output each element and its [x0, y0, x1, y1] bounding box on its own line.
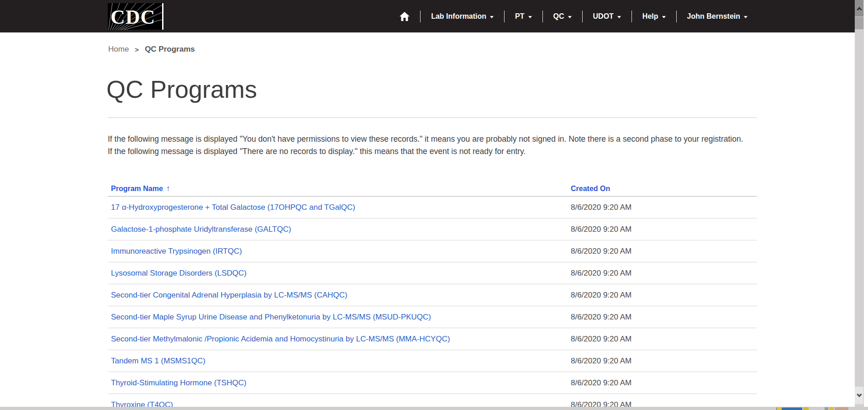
table-row: Second-tier Methylmalonic /Propionic Aci… — [108, 328, 757, 350]
taskbar-sliver — [825, 407, 828, 410]
table-row: Immunoreactive Trypsinogen (IRTQC) 8/6/2… — [108, 240, 757, 262]
nav-help[interactable]: Help — [632, 0, 676, 32]
taskbar-sliver — [835, 407, 848, 410]
caret-down-icon — [490, 16, 494, 18]
cdc-logo-image: CDC — [108, 3, 162, 30]
created-on-cell: 8/6/2020 9:20 AM — [571, 378, 631, 388]
page-title: QC Programs — [106, 75, 257, 103]
created-on-cell: 8/6/2020 9:20 AM — [571, 269, 631, 278]
cdc-logo[interactable]: CDC — [108, 3, 163, 30]
program-link[interactable]: Galactose-1-phosphate Uridyltransferase … — [111, 225, 291, 234]
program-name-cell: Second-tier Methylmalonic /Propionic Aci… — [108, 335, 571, 344]
column-header-label: Program Name — [111, 185, 163, 193]
bottom-window-edge — [0, 407, 868, 410]
caret-down-icon — [617, 16, 621, 18]
nav-label: UDOT — [593, 12, 614, 21]
table-row: Second-tier Congenital Adrenal Hyperplas… — [108, 284, 757, 306]
home-icon — [400, 12, 410, 21]
caret-down-icon — [528, 16, 532, 18]
created-on-cell: 8/6/2020 9:20 AM — [571, 225, 631, 234]
top-nav-bar: CDC Lab Information PT QC UDOT — [0, 0, 855, 32]
nav-lab-information[interactable]: Lab Information — [421, 0, 504, 32]
scrollbar-thumb[interactable] — [855, 17, 863, 29]
program-name-cell: Thyroid-Stimulating Hormone (TSHQC) — [108, 378, 571, 388]
nav-home[interactable] — [389, 0, 420, 32]
program-name-cell: Galactose-1-phosphate Uridyltransferase … — [108, 225, 571, 234]
program-link[interactable]: Second-tier Congenital Adrenal Hyperplas… — [111, 291, 347, 299]
program-link[interactable]: Immunoreactive Trypsinogen (IRTQC) — [111, 247, 242, 256]
program-link[interactable]: Tandem MS 1 (MSMS1QC) — [111, 357, 205, 365]
program-name-cell: 17 α-Hydroxyprogesterone + Total Galacto… — [108, 203, 571, 212]
intro-text: If the following message is displayed "Y… — [108, 133, 752, 157]
program-name-cell: Lysosomal Storage Disorders (LSDQC) — [108, 269, 571, 278]
breadcrumb-home-link[interactable]: Home — [108, 45, 129, 54]
caret-down-icon — [568, 16, 572, 18]
nav-label: Help — [642, 12, 658, 21]
sort-ascending-icon: ↑ — [166, 184, 170, 193]
intro-paragraph-2: If the following message is displayed "T… — [108, 145, 752, 158]
breadcrumb: Home > QC Programs — [108, 45, 195, 54]
table-row: Thyroid-Stimulating Hormone (TSHQC) 8/6/… — [108, 372, 757, 394]
table-row: Tandem MS 1 (MSMS1QC) 8/6/2020 9:20 AM — [108, 350, 757, 372]
caret-down-icon — [662, 16, 666, 18]
created-on-cell: 8/6/2020 9:20 AM — [571, 247, 631, 256]
breadcrumb-current: QC Programs — [145, 45, 195, 54]
nav-label: QC — [553, 12, 564, 21]
table-row: Galactose-1-phosphate Uridyltransferase … — [108, 218, 757, 240]
breadcrumb-separator: > — [135, 46, 139, 53]
nav-label: PT — [515, 12, 524, 21]
column-header-created-on[interactable]: Created On — [571, 185, 610, 193]
intro-paragraph-1: If the following message is displayed "Y… — [108, 133, 752, 145]
nav-qc[interactable]: QC — [543, 0, 582, 32]
program-name-cell: Second-tier Congenital Adrenal Hyperplas… — [108, 291, 571, 300]
program-link[interactable]: Second-tier Methylmalonic /Propionic Aci… — [111, 335, 450, 343]
program-name-cell: Immunoreactive Trypsinogen (IRTQC) — [108, 247, 571, 256]
program-name-cell: Second-tier Maple Syrup Urine Disease an… — [108, 313, 571, 322]
created-on-cell: 8/6/2020 9:20 AM — [571, 335, 631, 344]
vertical-scrollbar[interactable] — [855, 0, 863, 410]
nav-username: John Bernstein — [687, 12, 740, 21]
chevron-down-icon — [857, 392, 862, 397]
scroll-up-button[interactable] — [855, 0, 863, 16]
title-divider — [108, 117, 757, 118]
taskbar-sliver — [803, 407, 809, 410]
table-header-row: Program Name ↑ Created On — [108, 181, 757, 197]
column-header-program-name[interactable]: Program Name ↑ — [108, 184, 571, 193]
taskbar-sliver — [777, 407, 782, 410]
nav-user-menu[interactable]: John Bernstein — [677, 0, 758, 32]
nav-label: Lab Information — [431, 12, 486, 21]
program-link[interactable]: Lysosomal Storage Disorders (LSDQC) — [111, 269, 247, 277]
nav-pt[interactable]: PT — [505, 0, 542, 32]
table-row: Second-tier Maple Syrup Urine Disease an… — [108, 306, 757, 328]
table-row: Lysosomal Storage Disorders (LSDQC) 8/6/… — [108, 262, 757, 284]
main-navigation: Lab Information PT QC UDOT Help John Ber… — [389, 0, 758, 32]
created-on-cell: 8/6/2020 9:20 AM — [571, 203, 631, 212]
program-name-cell: Tandem MS 1 (MSMS1QC) — [108, 357, 571, 366]
window-right-edge — [863, 0, 868, 410]
created-on-cell: 8/6/2020 9:20 AM — [571, 313, 631, 322]
program-link[interactable]: Thyroid-Stimulating Hormone (TSHQC) — [111, 378, 247, 387]
scroll-down-button[interactable] — [855, 387, 863, 404]
qc-programs-table: Program Name ↑ Created On 17 α-Hydroxypr… — [108, 181, 757, 410]
taskbar-sliver — [829, 407, 834, 410]
created-on-cell: 8/6/2020 9:20 AM — [571, 291, 631, 300]
table-row: 17 α-Hydroxyprogesterone + Total Galacto… — [108, 197, 757, 218]
svg-text:CDC: CDC — [110, 6, 155, 28]
program-link[interactable]: 17 α-Hydroxyprogesterone + Total Galacto… — [111, 203, 355, 212]
chevron-up-icon — [857, 7, 862, 12]
nav-udot[interactable]: UDOT — [583, 0, 631, 32]
column-header-label: Created On — [571, 185, 610, 192]
created-on-cell: 8/6/2020 9:20 AM — [571, 357, 631, 366]
program-link[interactable]: Second-tier Maple Syrup Urine Disease an… — [111, 313, 431, 321]
caret-down-icon — [744, 16, 747, 18]
